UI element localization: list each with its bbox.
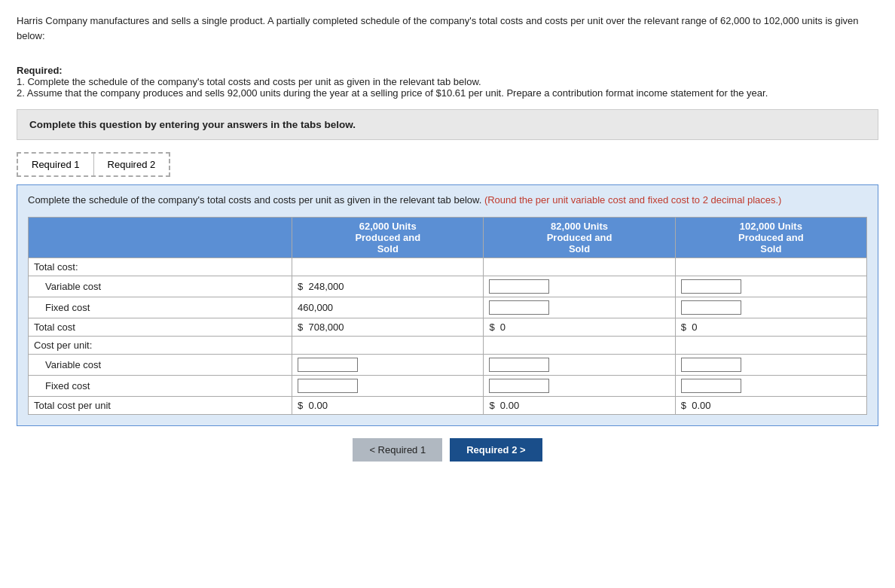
required-block: Required: 1. Complete the schedule of th… <box>17 65 878 99</box>
row-label-total-cost: Total cost: <box>29 257 292 276</box>
dollar-total-102: $ <box>681 321 686 333</box>
table-row: Variable cost <box>29 354 867 375</box>
col1-line2: Produced and <box>355 232 420 243</box>
required-heading: Required: <box>17 65 63 76</box>
row-label-variable-cost: Variable cost <box>29 276 292 297</box>
tab-section: Required 1 Required 2 <box>17 152 878 177</box>
col3-line3: Sold <box>760 243 781 254</box>
val-total-82: 0 <box>500 321 506 333</box>
row-label-fixed-cost: Fixed cost <box>29 297 292 318</box>
col1-line1: 62,000 Units <box>359 221 417 232</box>
table-row: Fixed cost 460,000 <box>29 297 867 318</box>
col3-line2: Produced and <box>738 232 804 243</box>
val-tcpu-102: 0.00 <box>692 400 710 411</box>
cell-cpu-62 <box>292 336 484 354</box>
col-header-102k: 102,000 Units Produced and Sold <box>675 217 866 257</box>
cost-table: 62,000 Units Produced and Sold 82,000 Un… <box>28 217 867 415</box>
cell-vc-62: $ 248,000 <box>292 276 484 297</box>
col-header-82k: 82,000 Units Produced and Sold <box>484 217 675 257</box>
complete-box-text: Complete this question by entering your … <box>29 119 356 130</box>
cell-vc-102[interactable] <box>675 276 866 297</box>
cell-fcpu-82[interactable] <box>484 375 675 396</box>
table-row: Variable cost $ 248,000 <box>29 276 867 297</box>
dollar-tcpu-102: $ <box>681 400 686 411</box>
input-fcpu-62[interactable] <box>298 379 358 393</box>
col-header-empty <box>29 217 292 257</box>
content-area: Complete the schedule of the company's t… <box>17 184 878 426</box>
col2-line2: Produced and <box>547 232 612 243</box>
input-fc-82[interactable] <box>489 300 549 315</box>
cell-tcpu-82: $ 0.00 <box>484 396 675 414</box>
content-highlight-text: (Round the per unit variable cost and fi… <box>484 194 782 206</box>
cell-vcpu-82[interactable] <box>484 354 675 375</box>
row-label-fcpu: Fixed cost <box>29 375 292 396</box>
input-vcpu-102[interactable] <box>681 358 741 372</box>
val-tcpu-62: 0.00 <box>309 400 328 411</box>
complete-box: Complete this question by entering your … <box>17 109 878 140</box>
table-row: Total cost: <box>29 257 867 276</box>
cell-cpu-102 <box>675 336 866 354</box>
nav-buttons: < Required 1 Required 2 > <box>17 438 878 462</box>
next-button[interactable]: Required 2 > <box>450 438 542 462</box>
table-row: Total cost $ 708,000 $ 0 $ 0 <box>29 318 867 336</box>
cell-vcpu-62[interactable] <box>292 354 484 375</box>
dollar-tcpu-62: $ <box>298 400 303 411</box>
tab-required1[interactable]: Required 1 <box>18 154 93 175</box>
val-total-62: 708,000 <box>309 321 344 333</box>
cell-fc-102[interactable] <box>675 297 866 318</box>
val-total-102: 0 <box>692 321 697 333</box>
content-desc-text: Complete the schedule of the company's t… <box>28 194 484 206</box>
row-label-total: Total cost <box>29 318 292 336</box>
row-label-vcpu: Variable cost <box>29 354 292 375</box>
input-fcpu-102[interactable] <box>681 379 741 393</box>
cell-total-102: $ 0 <box>675 318 866 336</box>
col3-line1: 102,000 Units <box>740 221 802 232</box>
input-vcpu-82[interactable] <box>489 358 549 372</box>
cell-fc-62: 460,000 <box>292 297 484 318</box>
input-fc-102[interactable] <box>681 300 741 315</box>
val-fc-62: 460,000 <box>298 302 333 313</box>
prev-button[interactable]: < Required 1 <box>353 438 442 462</box>
val-tcpu-82: 0.00 <box>500 400 519 411</box>
cell-total-82: $ 0 <box>484 318 675 336</box>
cell-fcpu-62[interactable] <box>292 375 484 396</box>
table-row: Fixed cost <box>29 375 867 396</box>
tabs-container: Required 1 Required 2 <box>17 152 170 177</box>
dollar-tcpu-82: $ <box>489 400 494 411</box>
dollar-total-62: $ <box>298 321 303 333</box>
val-vc-62: 248,000 <box>309 281 344 292</box>
req2-text: 2. Assume that the company produces and … <box>17 87 878 99</box>
col2-line3: Sold <box>569 243 590 254</box>
input-vcpu-62[interactable] <box>298 358 358 372</box>
cell-cpu-82 <box>484 336 675 354</box>
req1-text: 1. Complete the schedule of the company'… <box>17 76 878 87</box>
content-description: Complete the schedule of the company's t… <box>28 193 867 208</box>
col-header-62k: 62,000 Units Produced and Sold <box>292 217 484 257</box>
cell-fcpu-102[interactable] <box>675 375 866 396</box>
input-fcpu-82[interactable] <box>489 379 549 393</box>
dollar-vc-62: $ <box>298 281 303 292</box>
cell-tc-62 <box>292 257 484 276</box>
intro-text: Harris Company manufactures and sells a … <box>17 14 878 43</box>
cell-vc-82[interactable] <box>484 276 675 297</box>
cell-tc-102 <box>675 257 866 276</box>
table-row: Cost per unit: <box>29 336 867 354</box>
col1-line3: Sold <box>377 243 399 254</box>
input-vc-102[interactable] <box>681 279 741 294</box>
cell-tc-82 <box>484 257 675 276</box>
cell-tcpu-62: $ 0.00 <box>292 396 484 414</box>
col2-line1: 82,000 Units <box>551 221 608 232</box>
input-vc-82[interactable] <box>489 279 549 294</box>
cell-tcpu-102: $ 0.00 <box>675 396 866 414</box>
table-row: Total cost per unit $ 0.00 $ 0.00 $ 0.00 <box>29 396 867 414</box>
cell-fc-82[interactable] <box>484 297 675 318</box>
cell-vcpu-102[interactable] <box>675 354 866 375</box>
tab-required2[interactable]: Required 2 <box>93 154 170 175</box>
row-label-cost-per-unit: Cost per unit: <box>29 336 292 354</box>
cell-total-62: $ 708,000 <box>292 318 484 336</box>
dollar-total-82: $ <box>489 321 494 333</box>
row-label-tcpu: Total cost per unit <box>29 396 292 414</box>
